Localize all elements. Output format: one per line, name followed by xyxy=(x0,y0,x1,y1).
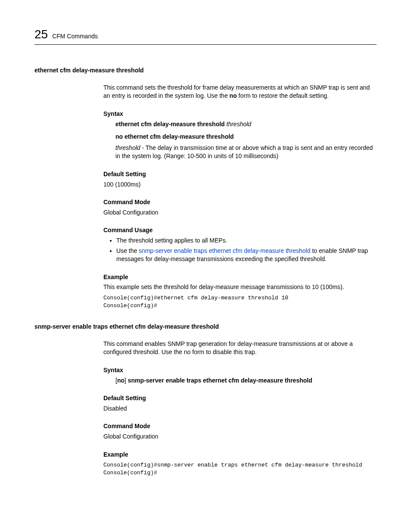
desc-post: form to restore the default setting. xyxy=(237,92,329,99)
command-mode-value: Global Configuration xyxy=(103,208,377,217)
command-description: This command sets the threshold for fram… xyxy=(103,84,377,100)
command-description: This command enables SNMP trap generatio… xyxy=(103,340,377,357)
command-usage-label: Command Usage xyxy=(103,226,377,235)
default-setting-label: Default Setting xyxy=(103,170,377,179)
usage-item: Use the snmp-server enable traps etherne… xyxy=(116,247,377,264)
syntax-line-no: no ethernet cfm delay-measure threshold xyxy=(115,133,377,141)
command-heading: snmp-server enable traps ethernet cfm de… xyxy=(34,323,377,331)
cross-reference-link[interactable]: snmp-server enable traps ethernet cfm de… xyxy=(139,247,310,254)
command-mode-label: Command Mode xyxy=(103,198,377,207)
syntax-bracket: ] xyxy=(125,377,128,384)
command-mode-value: Global Configuration xyxy=(103,432,377,441)
desc-bold: no xyxy=(230,92,237,99)
param-description: threshold - The delay in transmission ti… xyxy=(115,144,377,161)
example-code: Console(config)#snmp-server enable traps… xyxy=(103,461,377,477)
example-label: Example xyxy=(103,273,377,282)
chapter-number: 25 xyxy=(34,26,48,43)
chapter-title: CFM Commands xyxy=(52,32,98,41)
syntax-label: Syntax xyxy=(103,366,377,375)
default-setting-value: 100 (1000ms) xyxy=(103,180,377,189)
syntax-cmd: snmp-server enable traps ethernet cfm de… xyxy=(128,377,312,384)
syntax-label: Syntax xyxy=(103,110,377,118)
example-label: Example xyxy=(103,451,377,459)
default-setting-value: Disabled xyxy=(103,404,377,413)
syntax-line: [no] snmp-server enable traps ethernet c… xyxy=(115,376,377,385)
example-description: This example sets the threshold for dela… xyxy=(103,283,377,292)
syntax-cmd: ethernet cfm delay-measure threshold xyxy=(115,121,225,128)
usage-pre: Use the xyxy=(116,247,139,254)
syntax-param: threshold xyxy=(225,121,251,128)
command-mode-label: Command Mode xyxy=(103,422,377,431)
command-content: This command sets the threshold for fram… xyxy=(103,84,377,310)
syntax-no: no xyxy=(117,377,125,384)
usage-list: The threshold setting applies to all MEP… xyxy=(103,236,377,264)
command-content: This command enables SNMP trap generatio… xyxy=(103,340,377,477)
command-heading: ethernet cfm delay-measure threshold xyxy=(34,66,377,75)
param-desc: - The delay in transmission time at or a… xyxy=(115,144,373,160)
example-code: Console(config)#ethernet cfm delay-measu… xyxy=(103,294,377,310)
syntax-line: ethernet cfm delay-measure threshold thr… xyxy=(115,120,377,129)
page-header: 25 CFM Commands xyxy=(34,26,377,45)
usage-item: The threshold setting applies to all MEP… xyxy=(116,236,377,245)
default-setting-label: Default Setting xyxy=(103,394,377,403)
param-name: threshold xyxy=(115,144,140,151)
